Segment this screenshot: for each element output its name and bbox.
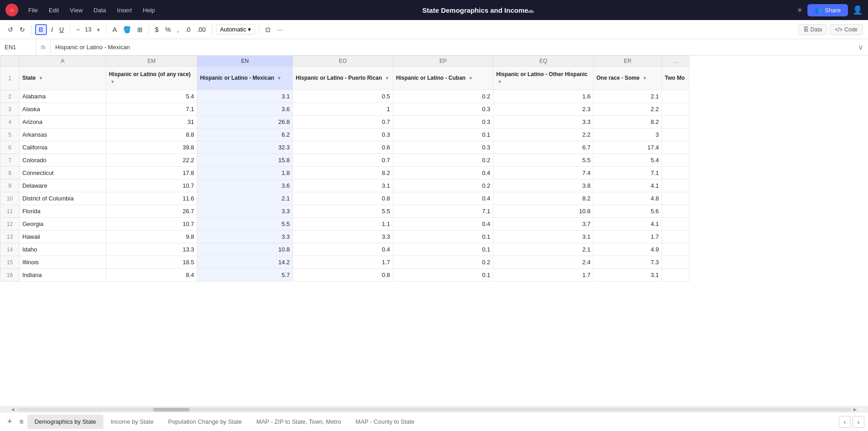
cell-state[interactable]: Illinois: [20, 256, 106, 269]
cell-eo[interactable]: 1: [293, 103, 393, 116]
filter-icon-EM[interactable]: ▼: [110, 79, 115, 84]
cell-er[interactable]: 2.2: [594, 103, 662, 116]
cell-es[interactable]: [662, 128, 689, 141]
font-color-button[interactable]: A: [110, 25, 119, 35]
sheet-menu-button[interactable]: ≡: [16, 416, 27, 428]
cell-ep[interactable]: 7.1: [393, 205, 493, 218]
cell-state[interactable]: Alaska: [20, 103, 106, 116]
menu-help[interactable]: Help: [138, 5, 159, 16]
cell-eo[interactable]: 3.1: [293, 180, 393, 192]
cell-er[interactable]: 4.1: [594, 180, 662, 192]
cell-state[interactable]: Arkansas: [20, 128, 106, 141]
cell-es[interactable]: [662, 218, 689, 231]
cell-es[interactable]: [662, 154, 689, 167]
filter-icon-ER[interactable]: ▼: [642, 76, 647, 81]
undo-button[interactable]: ↺: [5, 25, 15, 35]
tab-income-by-state[interactable]: Income by State: [103, 415, 161, 429]
cell-em[interactable]: 39.8: [106, 141, 197, 154]
cell-er[interactable]: 2.1: [594, 90, 662, 103]
cell-em[interactable]: 13.3: [106, 243, 197, 256]
col-header-ER[interactable]: ER: [594, 56, 662, 67]
cell-state[interactable]: District of Columbia: [20, 192, 106, 205]
cell-eq[interactable]: 7.4: [493, 167, 594, 180]
border-button[interactable]: ⊞: [135, 25, 145, 35]
cell-em[interactable]: 5.4: [106, 90, 197, 103]
cell-eq[interactable]: 3.1: [493, 231, 594, 243]
cell-eo[interactable]: 0.4: [293, 243, 393, 256]
cell-eo[interactable]: 3.3: [293, 231, 393, 243]
cell-em[interactable]: 22.2: [106, 154, 197, 167]
cell-eq[interactable]: 6.7: [493, 141, 594, 154]
cell-en[interactable]: 15.8: [197, 154, 293, 167]
menu-data[interactable]: Data: [89, 5, 110, 16]
comma-button[interactable]: ,: [175, 25, 181, 35]
cell-em[interactable]: 31: [106, 116, 197, 128]
cell-es[interactable]: [662, 205, 689, 218]
cell-state[interactable]: Hawaii: [20, 231, 106, 243]
decimal-up-button[interactable]: .00: [195, 25, 208, 35]
cell-eo[interactable]: 0.3: [293, 128, 393, 141]
cell-en[interactable]: 3.3: [197, 205, 293, 218]
cell-em[interactable]: 7.1: [106, 103, 197, 116]
spreadsheet-scroll[interactable]: A EM EN EO EP EQ ER ... 1 State ▼: [0, 56, 868, 406]
cell-ep[interactable]: 0.4: [393, 192, 493, 205]
formula-input[interactable]: [51, 44, 853, 51]
cell-en[interactable]: 3.3: [197, 231, 293, 243]
cell-ep[interactable]: 0.2: [393, 154, 493, 167]
formula-chevron-icon[interactable]: ∨: [853, 43, 868, 51]
cell-er[interactable]: 17.4: [594, 141, 662, 154]
cell-en[interactable]: 5.5: [197, 218, 293, 231]
font-size-decrease-button[interactable]: −: [74, 25, 82, 35]
cell-en[interactable]: 2.1: [197, 192, 293, 205]
tab-population-change[interactable]: Population Change by State: [161, 415, 249, 429]
cell-ep[interactable]: 0.2: [393, 180, 493, 192]
menu-edit[interactable]: Edit: [44, 5, 63, 16]
cell-ep[interactable]: 0.1: [393, 128, 493, 141]
cell-er[interactable]: 5.6: [594, 205, 662, 218]
share-button[interactable]: 👥 Share: [807, 4, 848, 16]
cell-em[interactable]: 18.5: [106, 256, 197, 269]
cell-ep[interactable]: 0.1: [393, 231, 493, 243]
cell-er[interactable]: 8.2: [594, 116, 662, 128]
col-header-A[interactable]: A: [20, 56, 106, 67]
menu-file[interactable]: File: [24, 5, 42, 16]
cell-en[interactable]: 3.6: [197, 180, 293, 192]
cell-er[interactable]: 1.7: [594, 231, 662, 243]
tab-map-zip[interactable]: MAP - ZIP to State, Town, Metro: [249, 415, 349, 429]
filter-icon-EO[interactable]: ▼: [385, 76, 390, 81]
cell-es[interactable]: [662, 141, 689, 154]
cell-er[interactable]: 3: [594, 128, 662, 141]
cell-es[interactable]: [662, 180, 689, 192]
cell-state[interactable]: California: [20, 141, 106, 154]
col-header-EQ[interactable]: EQ: [493, 56, 594, 67]
cell-em[interactable]: 8.8: [106, 128, 197, 141]
cell-en[interactable]: 14.2: [197, 256, 293, 269]
cell-em[interactable]: 11.6: [106, 192, 197, 205]
cell-state[interactable]: Indiana: [20, 269, 106, 282]
percent-button[interactable]: %: [163, 25, 173, 35]
cell-ep[interactable]: 0.3: [393, 116, 493, 128]
cell-en[interactable]: 5.7: [197, 269, 293, 282]
cell-er[interactable]: 3.1: [594, 269, 662, 282]
cell-en[interactable]: 32.3: [197, 141, 293, 154]
cell-eq[interactable]: 3.7: [493, 218, 594, 231]
add-sheet-button[interactable]: +: [4, 415, 16, 428]
cell-ep[interactable]: 0.1: [393, 243, 493, 256]
more-button[interactable]: ···: [275, 25, 285, 35]
cell-ep[interactable]: 0.3: [393, 141, 493, 154]
cell-eq[interactable]: 10.8: [493, 205, 594, 218]
col-EM-header[interactable]: Hispanic or Latino (of any race) ▼: [106, 67, 197, 90]
cell-eq[interactable]: 2.3: [493, 103, 594, 116]
cell-eq[interactable]: 2.1: [493, 243, 594, 256]
merge-button[interactable]: ⊡: [263, 25, 273, 35]
cell-state[interactable]: Florida: [20, 205, 106, 218]
cell-es[interactable]: [662, 192, 689, 205]
cell-eo[interactable]: 0.7: [293, 116, 393, 128]
filter-icon-A[interactable]: ▼: [39, 76, 43, 81]
cell-em[interactable]: 10.7: [106, 180, 197, 192]
cell-er[interactable]: 5.4: [594, 154, 662, 167]
cell-eq[interactable]: 8.2: [493, 192, 594, 205]
cell-en[interactable]: 1.8: [197, 167, 293, 180]
cell-eq[interactable]: 3.8: [493, 180, 594, 192]
cell-es[interactable]: [662, 231, 689, 243]
